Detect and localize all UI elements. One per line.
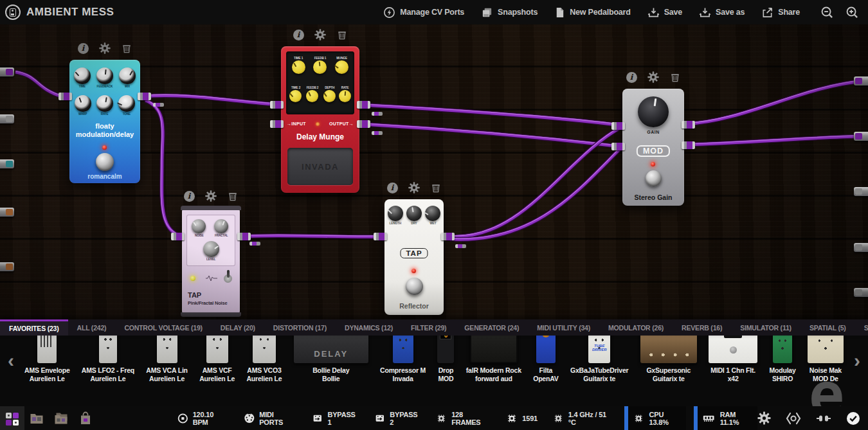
- clock-temperature-indicator[interactable]: 1.4 GHz / 51 °C: [549, 406, 617, 430]
- footpad[interactable]: INVADA: [287, 148, 353, 185]
- zoom-out-button[interactable]: [820, 6, 834, 19]
- audio-cable[interactable]: [361, 104, 621, 125]
- tab-spatial[interactable]: SPATIAL (5): [800, 319, 855, 336]
- tap-button[interactable]: TAP: [400, 248, 428, 258]
- hardware-capture-port-4[interactable]: [0, 208, 14, 217]
- knob-fractal[interactable]: [214, 219, 228, 233]
- plugin-library-button[interactable]: [0, 406, 24, 430]
- pedal-floaty-modulation-delay[interactable]: i TIME FEEDBACK MIX WARP RATE TONE float…: [69, 60, 140, 183]
- output-port-stub[interactable]: [249, 242, 260, 246]
- tab-control-voltage[interactable]: CONTROL VOLTAGE (19): [115, 319, 211, 336]
- tab-generator[interactable]: GENERATOR (24): [455, 319, 528, 336]
- pedal-stereo-gain[interactable]: i GAIN MOD Stereo Gain: [622, 89, 684, 206]
- output-jack-2[interactable]: [357, 120, 370, 128]
- tab-delay[interactable]: DELAY (20): [212, 319, 264, 336]
- knob-depth[interactable]: [323, 90, 336, 102]
- gear-icon[interactable]: [99, 42, 111, 54]
- cpu-load-indicator[interactable]: CPU 13.8%: [624, 406, 686, 430]
- trash-icon[interactable]: [121, 42, 132, 54]
- info-icon[interactable]: i: [293, 30, 304, 40]
- hardware-playback-port-4[interactable]: [854, 243, 868, 252]
- save-as-button[interactable]: Save as: [699, 6, 745, 19]
- pedalboard-canvas[interactable]: i TIME FEEDBACK MIX WARP RATE TONE float…: [0, 24, 868, 319]
- input-jack[interactable]: [374, 233, 387, 240]
- audio-cable[interactable]: [15, 71, 62, 96]
- output-port-stub[interactable]: [372, 131, 383, 135]
- knob-time[interactable]: [74, 67, 91, 84]
- trash-icon[interactable]: [430, 182, 442, 193]
- browser-scroll-right[interactable]: ›: [846, 336, 868, 386]
- pedal-pink-fractal-noise[interactable]: i NOISE FRACTAL LEVEL TAP Pink/F: [182, 208, 240, 315]
- input-jack-1[interactable]: [270, 101, 284, 109]
- audio-cable[interactable]: [145, 100, 183, 237]
- audio-cable[interactable]: [685, 80, 864, 124]
- knob-rate[interactable]: [339, 90, 351, 102]
- audio-cable[interactable]: [685, 136, 862, 145]
- footswitch[interactable]: [406, 278, 423, 295]
- plug-connection-icon[interactable]: [816, 413, 831, 424]
- audio-cable[interactable]: [450, 147, 621, 240]
- knob-time2[interactable]: [289, 90, 302, 102]
- knob-tone[interactable]: [118, 95, 135, 112]
- knob-length[interactable]: [388, 206, 403, 221]
- input-jack-1[interactable]: [611, 122, 625, 130]
- tab-favorites[interactable]: FAVORITES (23): [0, 319, 68, 336]
- output-port-stub[interactable]: [455, 244, 466, 248]
- input-jack-2[interactable]: [611, 143, 625, 150]
- audio-cable[interactable]: [361, 123, 621, 147]
- pedal-delay-munge[interactable]: i TIME 1 FEEDB 1 MUNGE TIME 2 FEEDB 2 DE…: [281, 46, 359, 193]
- tab-reverb[interactable]: REVERB (16): [673, 319, 731, 336]
- knob-noise[interactable]: [192, 219, 206, 233]
- hardware-playback-port-1[interactable]: [854, 76, 868, 85]
- tab-modulator[interactable]: MODULATOR (26): [599, 319, 673, 336]
- info-icon[interactable]: i: [184, 191, 195, 202]
- snapshots-button[interactable]: Snapshots: [481, 6, 538, 19]
- gear-icon[interactable]: [205, 190, 217, 202]
- buffer-size-indicator[interactable]: 128 FRAMES: [432, 406, 494, 430]
- mod-device-icon[interactable]: [786, 411, 801, 426]
- footswitch[interactable]: [96, 153, 114, 171]
- connection-status-check-icon[interactable]: [846, 411, 860, 426]
- info-icon[interactable]: i: [78, 43, 89, 54]
- hardware-playback-port-3[interactable]: [854, 187, 868, 196]
- manage-cv-ports-button[interactable]: Manage CV Ports: [383, 6, 464, 19]
- bypass-1-toggle[interactable]: BYPASS 1: [308, 406, 363, 430]
- new-pedalboard-button[interactable]: New Pedalboard: [554, 6, 630, 19]
- banks-button[interactable]: [49, 406, 73, 430]
- trash-icon[interactable]: [336, 29, 348, 40]
- knob-feedback[interactable]: [96, 67, 113, 84]
- gear-icon[interactable]: [314, 29, 326, 40]
- input-jack[interactable]: [171, 233, 185, 240]
- tab-dynamics[interactable]: DYNAMICS (12): [336, 319, 402, 336]
- footswitch[interactable]: [646, 170, 662, 186]
- hardware-capture-port-5[interactable]: [0, 262, 14, 271]
- browser-scroll-left[interactable]: ‹: [0, 336, 22, 386]
- trash-icon[interactable]: [227, 190, 239, 202]
- toggle-switch[interactable]: [224, 274, 232, 283]
- tempo-indicator[interactable]: 120.10 BPM: [174, 406, 232, 430]
- share-button[interactable]: Share: [761, 6, 800, 19]
- xrun-counter[interactable]: 1591: [502, 406, 541, 430]
- input-jack-2[interactable]: [270, 120, 284, 128]
- pedalboard-library-button[interactable]: [24, 406, 49, 430]
- tab-spectral[interactable]: SPECTRAL (14): [855, 319, 868, 336]
- tab-midi-utility[interactable]: MIDI UTILITY (34): [528, 319, 599, 336]
- output-jack-2[interactable]: [682, 141, 695, 149]
- knob-feedb2[interactable]: [306, 90, 318, 102]
- input-jack[interactable]: [59, 93, 72, 100]
- settings-gear-icon[interactable]: [757, 411, 771, 425]
- gear-icon[interactable]: [408, 182, 420, 193]
- output-jack-1[interactable]: [682, 121, 695, 129]
- knob-mix[interactable]: [119, 67, 136, 84]
- hardware-playback-port-5[interactable]: [854, 288, 868, 297]
- hardware-capture-port-1[interactable]: [0, 67, 14, 76]
- bypass-2-toggle[interactable]: BYPASS 2: [370, 406, 425, 430]
- knob-warp[interactable]: [75, 95, 91, 112]
- hardware-capture-port-2[interactable]: [0, 114, 14, 123]
- knob-feedb1[interactable]: [313, 60, 327, 74]
- output-jack-1[interactable]: [357, 101, 370, 109]
- knob-dry[interactable]: [406, 206, 422, 221]
- knob-level[interactable]: [203, 241, 219, 257]
- hardware-capture-port-3[interactable]: [0, 159, 14, 168]
- output-jack[interactable]: [441, 233, 455, 240]
